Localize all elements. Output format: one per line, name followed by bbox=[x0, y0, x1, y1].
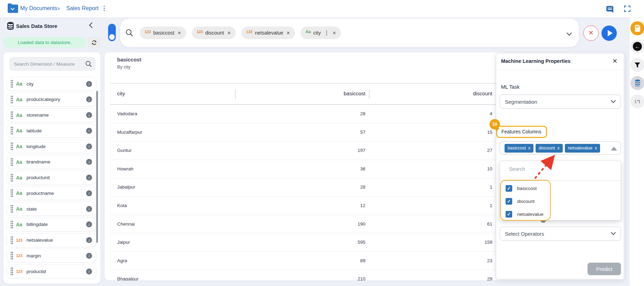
drag-handle-icon[interactable] bbox=[10, 220, 13, 229]
field-item[interactable]: Aa storename i bbox=[7, 108, 97, 122]
chip-remove-icon[interactable]: x bbox=[528, 146, 530, 151]
arrow-left-icon: ← bbox=[633, 42, 642, 51]
field-item[interactable]: Aa productunit i bbox=[7, 171, 97, 185]
field-item[interactable]: Aa productname i bbox=[7, 186, 97, 200]
query-chip[interactable]: 123 netsalevalue ✕ bbox=[241, 27, 295, 39]
querybar-expand-icon[interactable] bbox=[567, 30, 572, 36]
field-item[interactable]: 123 productid i bbox=[7, 264, 97, 278]
drag-handle-icon[interactable] bbox=[10, 126, 13, 135]
chip-remove-icon[interactable]: x bbox=[595, 146, 597, 151]
field-item[interactable]: 123 margin i bbox=[7, 249, 97, 263]
checkbox-checked-icon[interactable]: ✓ bbox=[506, 198, 512, 205]
collapse-sidebar-icon[interactable] bbox=[89, 22, 95, 28]
predict-button[interactable]: Predict bbox=[588, 263, 621, 275]
drag-handle-icon[interactable] bbox=[10, 142, 13, 151]
chip-close-icon[interactable]: ✕ bbox=[286, 30, 290, 36]
drag-handle-icon[interactable] bbox=[10, 80, 13, 88]
filter-button[interactable] bbox=[630, 58, 644, 72]
field-item[interactable]: 123 netsalevalue i bbox=[7, 233, 97, 247]
cell-discount: 1 bbox=[377, 203, 492, 208]
column-divider[interactable] bbox=[369, 89, 370, 99]
option-label: netsalevalue bbox=[517, 212, 544, 217]
drag-handle-icon[interactable] bbox=[10, 236, 13, 244]
cell-city: Chennai bbox=[117, 221, 135, 227]
info-icon[interactable]: i bbox=[86, 81, 92, 87]
field-item[interactable]: Aa state i bbox=[7, 202, 97, 216]
column-header-city[interactable]: city bbox=[117, 90, 125, 96]
query-chip[interactable]: 123 discount ✕ bbox=[192, 27, 236, 39]
feature-chip[interactable]: basiccost x bbox=[505, 144, 533, 153]
memory-card-button[interactable] bbox=[630, 21, 644, 35]
datastore-button[interactable] bbox=[630, 76, 644, 90]
drag-handle-icon[interactable] bbox=[10, 174, 13, 182]
drag-handle-icon[interactable] bbox=[10, 267, 13, 276]
back-button[interactable]: ← bbox=[630, 39, 644, 53]
checkbox-checked-icon[interactable]: ✓ bbox=[506, 185, 512, 192]
info-icon[interactable]: i bbox=[86, 159, 92, 165]
query-chip[interactable]: Aa city ⋮ ✕ bbox=[301, 27, 341, 39]
dropdown-search-placeholder[interactable]: Search bbox=[509, 166, 525, 172]
cell-discount: 10 bbox=[377, 166, 492, 171]
cell-discount: 29 bbox=[377, 276, 492, 280]
info-icon[interactable]: i bbox=[86, 144, 92, 149]
run-query-button[interactable] bbox=[601, 25, 617, 41]
refresh-button[interactable] bbox=[88, 37, 100, 48]
info-icon[interactable]: i bbox=[86, 206, 92, 212]
drag-handle-icon[interactable] bbox=[10, 95, 13, 104]
comments-icon[interactable] bbox=[606, 6, 614, 13]
dropdown-option[interactable]: ✓ basiccost bbox=[506, 182, 537, 195]
field-item[interactable]: Aa latitude i bbox=[7, 124, 97, 138]
operators-select[interactable]: Select Operators bbox=[500, 227, 621, 241]
collapse-up-icon[interactable] bbox=[611, 147, 617, 151]
breadcrumb-root[interactable]: My Documents bbox=[20, 5, 58, 12]
feature-chip[interactable]: netsalevalue x bbox=[565, 144, 600, 153]
drag-handle-icon[interactable] bbox=[10, 205, 13, 213]
info-icon[interactable]: i bbox=[86, 190, 92, 196]
info-icon[interactable]: i bbox=[86, 269, 92, 274]
folder-icon[interactable] bbox=[8, 5, 18, 13]
chip-close-icon[interactable]: ✕ bbox=[177, 30, 181, 36]
chip-label: netsalevalue bbox=[255, 30, 283, 36]
info-icon[interactable]: i bbox=[86, 128, 92, 134]
field-name: brandname bbox=[26, 159, 50, 164]
field-name: longitude bbox=[26, 144, 46, 149]
chip-menu-icon[interactable]: ⋮ bbox=[324, 30, 329, 36]
features-multiselect[interactable]: basiccost x discount x netsalevalue x bbox=[500, 141, 621, 155]
column-header-discount[interactable]: discount bbox=[377, 90, 492, 96]
field-item[interactable]: Aa productcategory i bbox=[7, 93, 97, 107]
field-item[interactable]: Aa city i bbox=[7, 77, 97, 91]
dropdown-option[interactable]: ✓ discount bbox=[506, 195, 535, 208]
cell-basiccost: 89 bbox=[250, 258, 365, 263]
feature-chip[interactable]: discount x bbox=[536, 144, 563, 153]
regex-button[interactable]: (.*) bbox=[630, 94, 644, 108]
info-icon[interactable]: i bbox=[86, 112, 92, 118]
info-icon[interactable]: i bbox=[86, 221, 92, 227]
close-icon[interactable]: ✕ bbox=[612, 57, 618, 65]
chip-close-icon[interactable]: ✕ bbox=[332, 30, 336, 36]
drag-handle-icon[interactable] bbox=[10, 158, 13, 166]
info-icon[interactable]: i bbox=[86, 237, 92, 243]
ml-task-select[interactable]: Segmentation bbox=[500, 95, 621, 109]
query-chip[interactable]: 123 basiccost ✕ bbox=[140, 27, 186, 39]
column-header-basiccost[interactable]: basiccost bbox=[250, 90, 365, 96]
drag-handle-icon[interactable] bbox=[10, 189, 13, 197]
info-icon[interactable]: i bbox=[86, 175, 92, 181]
info-icon[interactable]: i bbox=[86, 96, 92, 102]
cancel-query-button[interactable]: ✕ bbox=[583, 25, 599, 41]
field-item[interactable]: Aa billingdate i bbox=[7, 218, 97, 232]
info-icon[interactable]: i bbox=[86, 253, 92, 259]
fullscreen-icon[interactable] bbox=[624, 6, 630, 12]
drag-handle-icon[interactable] bbox=[10, 111, 13, 119]
kebab-menu-icon[interactable]: ⋮ bbox=[101, 5, 107, 12]
column-divider[interactable] bbox=[235, 89, 236, 99]
chip-close-icon[interactable]: ✕ bbox=[227, 30, 231, 36]
checkbox-checked-icon[interactable]: ✓ bbox=[506, 211, 512, 218]
field-item[interactable]: Aa longitude i bbox=[7, 139, 97, 153]
chip-remove-icon[interactable]: x bbox=[558, 146, 560, 151]
drag-handle-icon[interactable] bbox=[10, 251, 13, 260]
field-item[interactable]: Aa brandname i bbox=[7, 155, 97, 169]
dropdown-option[interactable]: ✓ netsalevalue bbox=[506, 208, 544, 221]
sidebar-scrollbar[interactable] bbox=[96, 91, 98, 243]
breadcrumb-current[interactable]: Sales Report bbox=[66, 5, 99, 12]
query-toggle[interactable] bbox=[108, 24, 116, 41]
